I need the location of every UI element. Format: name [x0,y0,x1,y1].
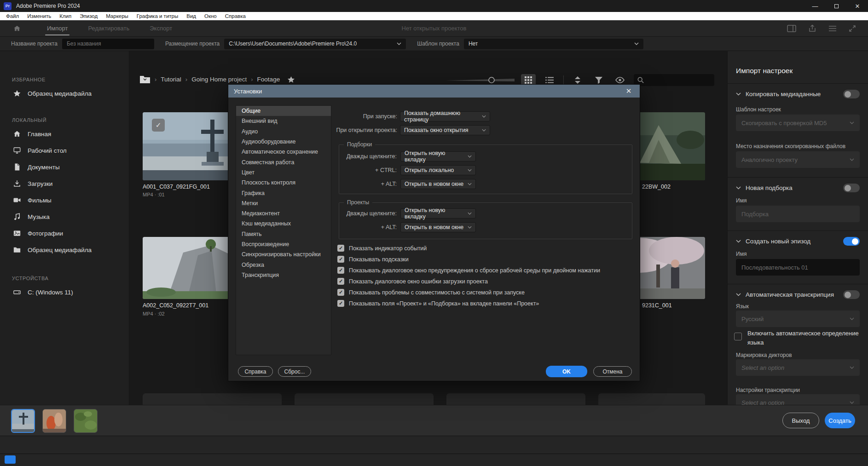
home-button[interactable] [13,24,21,33]
checkbox-row-project-bin-fields[interactable]: ✓ Показывать поля «Проект» и «Подборка» … [337,300,539,307]
checkbox-row-system-compatibility[interactable]: ✓ Показывать проблемы с совместимостью с… [337,289,525,296]
share-icon[interactable] [808,24,816,33]
menu-graphics[interactable]: Графика и титры [133,13,182,19]
tray-thumbnail-3[interactable] [74,409,98,433]
maximize-button[interactable] [826,0,847,12]
nav-item-graphics[interactable]: Графика [236,188,331,198]
nav-item-audio[interactable]: Аудио [236,127,331,137]
checkbox[interactable]: ✓ [337,256,344,263]
nav-item-trim[interactable]: Обрезка [236,259,331,270]
tab-import[interactable]: Импорт [37,20,78,36]
exit-button[interactable]: Выход [782,413,819,428]
nav-item-audio-hardware[interactable]: Аудиооборудование [236,137,331,147]
nav-item-transcription[interactable]: Транскрипция [236,270,331,280]
clip-thumbnail-partial[interactable] [295,393,434,405]
checkbox-row-tooltips[interactable]: ✓ Показывать подсказки [337,256,409,263]
checkbox[interactable]: ✓ [337,245,344,252]
tab-export[interactable]: Экспорт [139,20,182,36]
zoom-slider[interactable] [446,76,515,84]
section-auto-transcription[interactable]: Автоматическая транскрипция [736,290,860,299]
nav-item-sync-settings[interactable]: Синхронизировать настройки [236,249,331,259]
bin-name-input[interactable]: Подборка [736,206,860,222]
menu-view[interactable]: Вид [182,13,200,19]
dialog-close-button[interactable]: ✕ [623,87,634,95]
reset-button[interactable]: Сброс... [278,366,311,377]
speaker-labeling-select[interactable]: Select an option [736,359,860,376]
create-button[interactable]: Создать [825,413,855,428]
favorite-star-icon[interactable] [287,75,295,84]
sequence-name-input[interactable]: Последовательность 01 [736,259,860,276]
checkbox[interactable]: ✓ [337,300,344,307]
clip-thumbnail-partial[interactable] [446,393,585,405]
sidebar-item-sample-media-folder[interactable]: Образец медиафайла [0,242,129,258]
nav-item-control-surface[interactable]: Плоскость контроля [236,178,331,188]
workspace-icon[interactable] [787,25,796,32]
new-sequence-toggle[interactable] [843,237,860,246]
tray-thumbnail-1[interactable] [11,409,35,433]
language-select[interactable]: Русский [736,311,860,327]
sidebar-item-downloads[interactable]: Загрузки [0,175,129,192]
menu-edit[interactable]: Изменить [23,13,55,19]
nav-item-media-cache[interactable]: Кэш медиаданных [236,219,331,229]
auto-transcription-toggle[interactable] [843,290,860,299]
project-template-select[interactable]: Нет [464,39,643,49]
clip-name[interactable]: 9231C_001 [642,302,672,309]
folder-dropdown-icon[interactable] [139,75,150,84]
breadcrumb-item-tutorial[interactable]: Tutorial [161,76,181,83]
settings-template-select[interactable]: Скопировать с проверкой MD5 [736,115,860,131]
transcription-settings-select[interactable]: Select an option [736,394,860,405]
tab-edit[interactable]: Редактировать [78,20,139,36]
projects-alt-select[interactable]: Открыть в новом окне [400,222,476,232]
clip-thumbnail-partial[interactable] [143,393,282,405]
nav-item-appearance[interactable]: Внешний вид [236,116,331,126]
bins-double-click-select[interactable]: Открыть новую вкладку [400,151,476,161]
ok-button[interactable]: OK [546,366,587,377]
auto-detect-language-checkbox[interactable] [734,333,742,340]
menu-clip[interactable]: Клип [55,13,75,19]
checkbox[interactable]: ✓ [337,278,344,285]
checkbox[interactable]: ✓ [337,289,344,296]
at-project-open-select[interactable]: Показать окно открытия [400,125,490,135]
checkbox-row-workspace-reset-warning[interactable]: ✓ Показывать диалоговое окно предупрежде… [337,267,600,274]
clip-selected-checkbox[interactable]: ✓ [152,119,165,132]
section-new-sequence[interactable]: Создать новый эпизод [736,237,860,246]
project-name-input[interactable]: Без названия [62,39,154,49]
nav-item-color[interactable]: Цвет [236,167,331,178]
minimize-button[interactable]: — [804,0,826,12]
cancel-button[interactable]: Отмена [593,366,632,377]
menu-file[interactable]: Файл [2,13,23,19]
nav-item-general[interactable]: Общие [236,106,331,116]
section-copy-media[interactable]: Копировать медиаданные [736,90,860,98]
checkbox-row-events-indicator[interactable]: ✓ Показать индикатор событий [337,245,427,252]
nav-item-memory[interactable]: Память [236,229,331,239]
tray-thumbnail-2[interactable] [42,409,66,433]
fullscreen-icon[interactable] [849,25,856,32]
bins-alt-select[interactable]: Открыть в новом окне [400,179,476,189]
help-button[interactable]: Справка [238,366,273,377]
breadcrumb-item-going-home-project[interactable]: Going Home project [191,76,247,83]
sidebar-item-documents[interactable]: Документы [0,159,129,175]
nav-item-media[interactable]: Медиаконтент [236,208,331,219]
sidebar-item-drive-c[interactable]: C: (Windows 11) [0,284,129,300]
projects-double-click-select[interactable]: Открыть новую вкладку [400,208,476,219]
clip-thumbnail-partial[interactable] [598,393,705,405]
close-button[interactable]: ✕ [847,0,868,12]
nav-item-collaboration[interactable]: Совместная работа [236,157,331,167]
checkbox[interactable]: ✓ [337,267,344,274]
nav-item-auto-save[interactable]: Автоматическое сохранение [236,147,331,157]
at-startup-select[interactable]: Показать домашнюю страницу [400,111,490,121]
auto-detect-language-row[interactable]: Включить автоматическое определение язык… [734,329,862,347]
new-bin-toggle[interactable] [843,184,860,192]
clip-name[interactable]: 22BW_002 [642,184,671,190]
clip-name[interactable]: A001_C037_0921FG_001 [143,184,210,190]
sidebar-item-photos[interactable]: Фотографии [0,225,129,242]
sidebar-item-music[interactable]: Музыка [0,208,129,225]
nav-item-playback[interactable]: Воспроизведение [236,239,331,249]
project-location-select[interactable]: C:\Users\User\Documents\Adobe\Premiere P… [224,39,406,49]
bins-ctrl-select[interactable]: Открыть локально [400,165,476,175]
copy-destination-select[interactable]: Аналогично проекту [736,151,860,168]
breadcrumb-item-footage[interactable]: Footage [257,76,280,83]
menu-sequence[interactable]: Эпизод [75,13,102,19]
clip-name[interactable]: A002_C052_0922T7_001 [143,302,208,309]
checkbox-row-project-load-error[interactable]: ✓ Показать диалоговое окно ошибки загруз… [337,278,488,285]
